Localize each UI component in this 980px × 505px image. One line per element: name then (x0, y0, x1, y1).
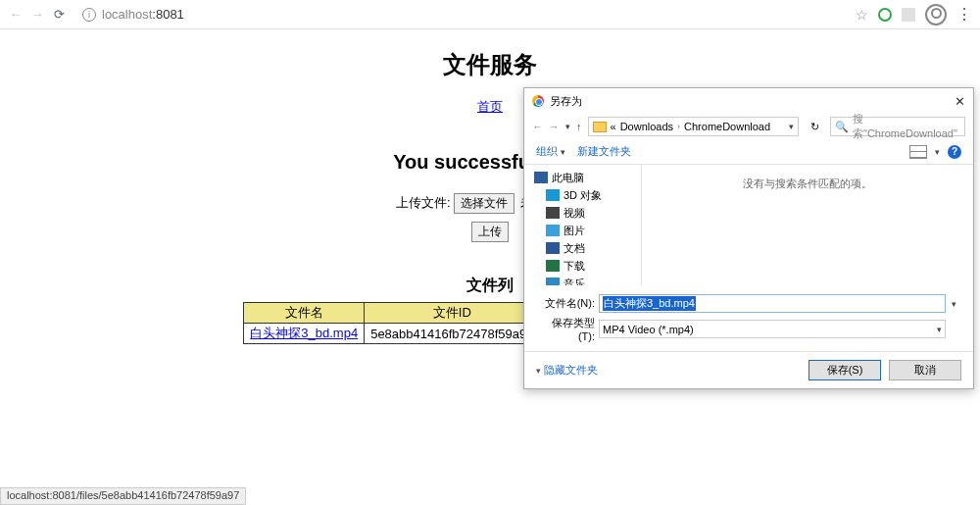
upload-label: 上传文件: (396, 195, 451, 210)
cell-id: 5e8abb41416fb72478f59a97 (365, 324, 540, 344)
dialog-toolbar: 组织 ▾ 新建文件夹 ▾ ? (524, 139, 973, 165)
nav-up-icon[interactable]: ↑ (576, 121, 582, 132)
organize-menu[interactable]: 组织 ▾ (536, 144, 565, 159)
browser-toolbar: ← → ⟳ i localhost:8081 ☆ ⋮ (0, 0, 980, 29)
extension2-icon[interactable] (902, 8, 915, 22)
th-name: 文件名 (244, 303, 365, 324)
th-id: 文件ID (365, 303, 540, 324)
tree-dl[interactable]: 下载 (534, 257, 641, 275)
address-bar[interactable]: i localhost:8081 (73, 7, 850, 22)
tree-pic[interactable]: 图片 (534, 222, 641, 239)
chrome-icon (532, 95, 544, 107)
profile-icon[interactable] (925, 4, 947, 25)
view-dropdown-icon[interactable]: ▾ (935, 147, 940, 157)
new-folder-button[interactable]: 新建文件夹 (577, 144, 631, 159)
site-info-icon[interactable]: i (82, 8, 96, 22)
refresh-icon[interactable]: ↻ (805, 121, 824, 133)
help-icon[interactable]: ? (948, 145, 961, 159)
empty-message: 没有与搜索条件匹配的项。 (743, 177, 872, 191)
nav-fwd-icon[interactable]: → (549, 121, 560, 132)
nav-history-icon[interactable]: ▾ (565, 122, 570, 131)
save-button[interactable]: 保存(S) (808, 360, 881, 380)
bookmark-icon[interactable]: ☆ (856, 7, 868, 23)
save-dialog: 另存为 ✕ ← → ▾ ↑ « Downloads › ChromeDownlo… (523, 87, 974, 389)
view-mode-icon[interactable] (909, 145, 927, 159)
file-link[interactable]: 白头神探3_bd.mp4 (250, 326, 358, 340)
dialog-buttons: 隐藏文件夹 保存(S) 取消 (524, 351, 973, 388)
tree-video[interactable]: 视频 (534, 204, 641, 222)
search-icon: 🔍 (835, 121, 849, 133)
tree-doc[interactable]: 文档 (534, 239, 641, 257)
dialog-titlebar: 另存为 ✕ (524, 88, 973, 114)
breadcrumb[interactable]: « Downloads › ChromeDownload ▾ (588, 117, 800, 136)
hide-folders-link[interactable]: 隐藏文件夹 (536, 363, 598, 378)
tree-music[interactable]: 音乐 (534, 275, 641, 285)
folder-search-input[interactable]: 🔍 搜索"ChromeDownload" (830, 117, 965, 136)
filename-dropdown-icon[interactable]: ▾ (946, 299, 961, 309)
nav-back-icon[interactable]: ← (532, 121, 543, 132)
cancel-button[interactable]: 取消 (889, 360, 961, 380)
filetype-select[interactable]: MP4 Video (*.mp4)▾ (599, 320, 946, 338)
dialog-fields: 文件名(N): 白头神探3_bd.mp4 ▾ 保存类型(T): MP4 Vide… (524, 285, 973, 351)
filename-label: 文件名(N): (536, 296, 595, 311)
upload-button[interactable]: 上传 (471, 222, 509, 242)
close-icon[interactable]: ✕ (955, 94, 965, 109)
menu-icon[interactable]: ⋮ (956, 13, 972, 17)
page-title: 文件服务 (0, 49, 980, 80)
tree-pc[interactable]: 此电脑 (534, 169, 641, 186)
reload-icon[interactable]: ⟳ (51, 7, 67, 23)
folder-icon (593, 122, 607, 132)
extension-icon[interactable] (878, 8, 892, 22)
choose-file-button[interactable]: 选择文件 (454, 193, 514, 214)
tree-3d[interactable]: 3D 对象 (534, 186, 641, 204)
folder-tree: 此电脑 3D 对象 视频 图片 文档 下载 音乐 桌面 本地磁盘 (C:) 软件… (524, 165, 642, 285)
dialog-title: 另存为 (550, 94, 582, 109)
dialog-path-bar: ← → ▾ ↑ « Downloads › ChromeDownload ▾ ↻… (524, 114, 973, 139)
forward-icon[interactable]: → (29, 7, 45, 23)
home-link[interactable]: 首页 (477, 99, 503, 114)
file-list-area: 没有与搜索条件匹配的项。 (642, 165, 973, 285)
filename-input[interactable]: 白头神探3_bd.mp4 (599, 294, 946, 313)
status-bar: localhost:8081/files/5e8abb41416fb72478f… (0, 487, 246, 505)
back-icon[interactable]: ← (8, 7, 24, 23)
filetype-label: 保存类型(T): (536, 316, 595, 342)
